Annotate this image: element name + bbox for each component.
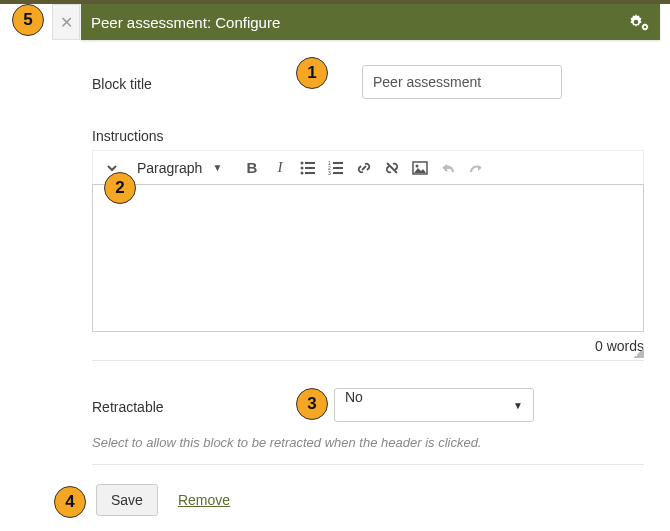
retractable-label: Retractable (92, 395, 292, 415)
annotation-badge-1: 1 (296, 57, 328, 89)
svg-point-7 (301, 171, 304, 174)
image-button[interactable] (407, 155, 433, 181)
svg-rect-10 (333, 162, 343, 164)
close-button[interactable]: ✕ (52, 4, 80, 40)
editor-toolbar: Paragraph ▼ B I 123 (92, 150, 644, 184)
resize-grip[interactable] (634, 348, 644, 358)
svg-rect-14 (333, 172, 343, 174)
retractable-value: No (345, 389, 363, 405)
instructions-editor[interactable] (92, 184, 644, 332)
annotation-badge-4: 4 (54, 486, 86, 518)
close-icon: ✕ (60, 13, 73, 32)
undo-button[interactable] (435, 155, 461, 181)
gear-icon[interactable] (626, 12, 650, 32)
svg-point-5 (301, 166, 304, 169)
svg-point-1 (634, 20, 639, 25)
block-title-label: Block title (92, 72, 292, 92)
caret-down-icon: ▼ (212, 162, 222, 173)
italic-button[interactable]: I (267, 155, 293, 181)
svg-point-16 (416, 164, 419, 167)
format-select-label: Paragraph (137, 160, 202, 176)
svg-text:3: 3 (328, 170, 331, 175)
svg-point-2 (644, 26, 647, 29)
block-title-input[interactable] (362, 65, 562, 99)
numbered-list-button[interactable]: 123 (323, 155, 349, 181)
svg-rect-8 (305, 172, 315, 174)
unlink-button[interactable] (379, 155, 405, 181)
retractable-select[interactable]: No ▼ (334, 388, 534, 422)
retractable-help: Select to allow this block to be retract… (92, 435, 644, 465)
svg-rect-4 (305, 162, 315, 164)
svg-rect-6 (305, 167, 315, 169)
form-body: Block title Instructions Paragraph ▼ B I… (92, 56, 644, 465)
annotation-badge-3: 3 (296, 388, 328, 420)
action-row: Save Remove (96, 484, 230, 516)
word-count-row: 0 words (92, 332, 644, 361)
bullet-list-button[interactable] (295, 155, 321, 181)
dialog-header: Peer assessment: Configure (81, 4, 660, 40)
annotation-badge-2: 2 (104, 172, 136, 204)
bold-button[interactable]: B (239, 155, 265, 181)
redo-button[interactable] (463, 155, 489, 181)
remove-link[interactable]: Remove (178, 492, 230, 508)
svg-rect-12 (333, 167, 343, 169)
svg-point-3 (301, 161, 304, 164)
link-button[interactable] (351, 155, 377, 181)
annotation-badge-5: 5 (12, 4, 44, 36)
save-button[interactable]: Save (96, 484, 158, 516)
format-select[interactable]: Paragraph ▼ (127, 160, 237, 176)
dialog-title: Peer assessment: Configure (91, 14, 280, 31)
caret-down-icon: ▼ (513, 400, 523, 411)
instructions-label: Instructions (92, 128, 644, 144)
